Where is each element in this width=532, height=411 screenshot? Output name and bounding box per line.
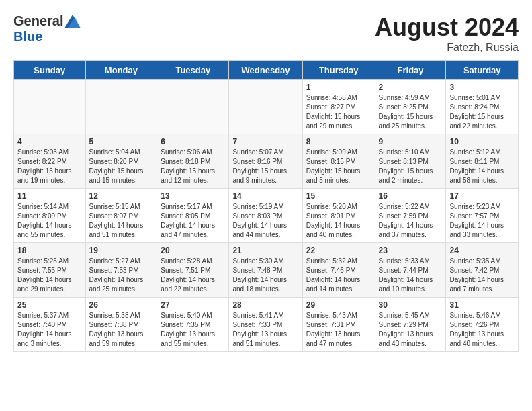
day-info: Sunrise: 4:59 AM Sunset: 8:25 PM Dayligh… (379, 93, 443, 131)
day-number: 24 (449, 246, 515, 255)
calendar-table: SundayMondayTuesdayWednesdayThursdayFrid… (13, 60, 519, 352)
day-number: 13 (161, 191, 225, 201)
day-number: 6 (161, 137, 225, 146)
logo: General Blue (13, 13, 81, 44)
day-number: 29 (306, 300, 371, 310)
weekday-header-row: SundayMondayTuesdayWednesdayThursdayFrid… (14, 61, 519, 80)
day-number: 27 (161, 300, 225, 310)
day-info: Sunrise: 5:17 AM Sunset: 8:05 PM Dayligh… (161, 202, 225, 240)
day-info: Sunrise: 5:40 AM Sunset: 7:35 PM Dayligh… (161, 311, 225, 349)
month-year-title: August 2024 (375, 13, 519, 42)
day-info: Sunrise: 5:06 AM Sunset: 8:18 PM Dayligh… (161, 148, 225, 185)
page-header: General Blue August 2024 Fatezh, Russia (13, 13, 519, 54)
day-info: Sunrise: 5:25 AM Sunset: 7:55 PM Dayligh… (17, 257, 82, 294)
calendar-cell: 5Sunrise: 5:04 AM Sunset: 8:20 PM Daylig… (85, 134, 157, 189)
calendar-cell: 13Sunrise: 5:17 AM Sunset: 8:05 PM Dayli… (157, 189, 229, 243)
calendar-cell (14, 80, 86, 134)
day-number: 11 (17, 191, 82, 201)
day-info: Sunrise: 5:09 AM Sunset: 8:15 PM Dayligh… (306, 148, 371, 185)
logo-general-text: General (13, 13, 63, 29)
weekday-header-thursday: Thursday (302, 61, 375, 80)
day-number: 15 (306, 191, 371, 201)
calendar-cell: 20Sunrise: 5:28 AM Sunset: 7:51 PM Dayli… (157, 243, 229, 298)
calendar-week-4: 18Sunrise: 5:25 AM Sunset: 7:55 PM Dayli… (14, 243, 519, 298)
calendar-cell: 22Sunrise: 5:32 AM Sunset: 7:46 PM Dayli… (302, 243, 375, 298)
calendar-week-2: 4Sunrise: 5:03 AM Sunset: 8:22 PM Daylig… (14, 134, 519, 189)
day-info: Sunrise: 5:01 AM Sunset: 8:24 PM Dayligh… (449, 93, 515, 131)
day-number: 8 (306, 137, 371, 146)
calendar-cell (157, 80, 229, 134)
calendar-cell: 17Sunrise: 5:23 AM Sunset: 7:57 PM Dayli… (446, 189, 519, 243)
day-number: 12 (89, 191, 154, 201)
calendar-cell: 16Sunrise: 5:22 AM Sunset: 7:59 PM Dayli… (375, 189, 446, 243)
calendar-cell: 26Sunrise: 5:38 AM Sunset: 7:38 PM Dayli… (85, 298, 157, 352)
calendar-cell: 21Sunrise: 5:30 AM Sunset: 7:48 PM Dayli… (229, 243, 302, 298)
calendar-cell: 23Sunrise: 5:33 AM Sunset: 7:44 PM Dayli… (375, 243, 446, 298)
calendar-cell: 1Sunrise: 4:58 AM Sunset: 8:27 PM Daylig… (302, 80, 375, 134)
day-info: Sunrise: 5:37 AM Sunset: 7:40 PM Dayligh… (17, 311, 82, 349)
day-number: 7 (232, 137, 298, 146)
day-info: Sunrise: 5:35 AM Sunset: 7:42 PM Dayligh… (449, 257, 515, 294)
weekday-header-tuesday: Tuesday (157, 61, 229, 80)
calendar-cell: 15Sunrise: 5:20 AM Sunset: 8:01 PM Dayli… (302, 189, 375, 243)
day-info: Sunrise: 5:43 AM Sunset: 7:31 PM Dayligh… (306, 311, 371, 349)
day-number: 10 (449, 137, 515, 146)
day-number: 16 (379, 191, 443, 201)
calendar-cell: 11Sunrise: 5:14 AM Sunset: 8:09 PM Dayli… (14, 189, 86, 243)
calendar-cell: 29Sunrise: 5:43 AM Sunset: 7:31 PM Dayli… (302, 298, 375, 352)
day-number: 31 (449, 300, 515, 310)
day-number: 28 (232, 300, 298, 310)
weekday-header-sunday: Sunday (14, 61, 86, 80)
day-info: Sunrise: 5:32 AM Sunset: 7:46 PM Dayligh… (306, 257, 371, 294)
day-info: Sunrise: 5:04 AM Sunset: 8:20 PM Dayligh… (89, 148, 154, 185)
calendar-week-3: 11Sunrise: 5:14 AM Sunset: 8:09 PM Dayli… (14, 189, 519, 243)
calendar-cell: 3Sunrise: 5:01 AM Sunset: 8:24 PM Daylig… (446, 80, 519, 134)
calendar-week-1: 1Sunrise: 4:58 AM Sunset: 8:27 PM Daylig… (14, 80, 519, 134)
day-info: Sunrise: 5:22 AM Sunset: 7:59 PM Dayligh… (379, 202, 443, 240)
calendar-cell: 4Sunrise: 5:03 AM Sunset: 8:22 PM Daylig… (14, 134, 86, 189)
calendar-cell (85, 80, 157, 134)
weekday-header-saturday: Saturday (446, 61, 519, 80)
day-info: Sunrise: 5:10 AM Sunset: 8:13 PM Dayligh… (379, 148, 443, 185)
day-info: Sunrise: 5:28 AM Sunset: 7:51 PM Dayligh… (161, 257, 225, 294)
calendar-body: 1Sunrise: 4:58 AM Sunset: 8:27 PM Daylig… (14, 80, 519, 352)
calendar-cell: 31Sunrise: 5:46 AM Sunset: 7:26 PM Dayli… (446, 298, 519, 352)
calendar-header: SundayMondayTuesdayWednesdayThursdayFrid… (14, 61, 519, 80)
day-info: Sunrise: 5:41 AM Sunset: 7:33 PM Dayligh… (232, 311, 298, 349)
logo-blue-text: Blue (13, 29, 42, 44)
day-info: Sunrise: 5:20 AM Sunset: 8:01 PM Dayligh… (306, 202, 371, 240)
day-number: 9 (379, 137, 443, 146)
location-text: Fatezh, Russia (375, 42, 519, 54)
day-number: 25 (17, 300, 82, 310)
day-number: 5 (89, 137, 154, 146)
day-info: Sunrise: 5:19 AM Sunset: 8:03 PM Dayligh… (232, 202, 298, 240)
calendar-cell: 27Sunrise: 5:40 AM Sunset: 7:35 PM Dayli… (157, 298, 229, 352)
calendar-cell: 19Sunrise: 5:27 AM Sunset: 7:53 PM Dayli… (85, 243, 157, 298)
calendar-cell: 28Sunrise: 5:41 AM Sunset: 7:33 PM Dayli… (229, 298, 302, 352)
weekday-header-monday: Monday (85, 61, 157, 80)
calendar-cell: 8Sunrise: 5:09 AM Sunset: 8:15 PM Daylig… (302, 134, 375, 189)
day-number: 2 (379, 83, 443, 92)
calendar-cell: 7Sunrise: 5:07 AM Sunset: 8:16 PM Daylig… (229, 134, 302, 189)
day-number: 30 (379, 300, 443, 310)
day-info: Sunrise: 5:30 AM Sunset: 7:48 PM Dayligh… (232, 257, 298, 294)
day-number: 14 (232, 191, 298, 201)
day-info: Sunrise: 5:23 AM Sunset: 7:57 PM Dayligh… (449, 202, 515, 240)
calendar-cell: 30Sunrise: 5:45 AM Sunset: 7:29 PM Dayli… (375, 298, 446, 352)
day-number: 26 (89, 300, 154, 310)
calendar-cell: 18Sunrise: 5:25 AM Sunset: 7:55 PM Dayli… (14, 243, 86, 298)
day-number: 18 (17, 246, 82, 255)
calendar-cell: 9Sunrise: 5:10 AM Sunset: 8:13 PM Daylig… (375, 134, 446, 189)
calendar-cell: 12Sunrise: 5:15 AM Sunset: 8:07 PM Dayli… (85, 189, 157, 243)
day-info: Sunrise: 5:12 AM Sunset: 8:11 PM Dayligh… (449, 148, 515, 185)
day-info: Sunrise: 5:14 AM Sunset: 8:09 PM Dayligh… (17, 202, 82, 240)
weekday-header-wednesday: Wednesday (229, 61, 302, 80)
day-info: Sunrise: 5:15 AM Sunset: 8:07 PM Dayligh… (89, 202, 154, 240)
day-info: Sunrise: 5:45 AM Sunset: 7:29 PM Dayligh… (379, 311, 443, 349)
day-number: 17 (449, 191, 515, 201)
calendar-cell (229, 80, 302, 134)
calendar-cell: 14Sunrise: 5:19 AM Sunset: 8:03 PM Dayli… (229, 189, 302, 243)
logo-icon (64, 15, 81, 28)
day-info: Sunrise: 5:03 AM Sunset: 8:22 PM Dayligh… (17, 148, 82, 185)
calendar-cell: 2Sunrise: 4:59 AM Sunset: 8:25 PM Daylig… (375, 80, 446, 134)
